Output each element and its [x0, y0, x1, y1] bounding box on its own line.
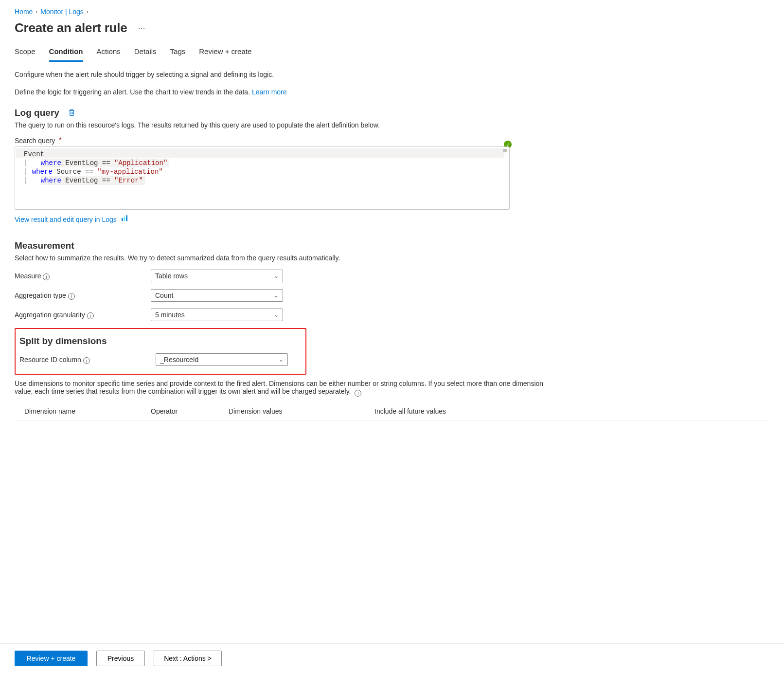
learn-more-link[interactable]: Learn more [252, 88, 287, 96]
info-icon[interactable]: i [87, 312, 94, 319]
measure-select-value: Table rows [155, 272, 188, 280]
chevron-down-icon: ⌄ [274, 311, 279, 318]
aggregation-type-value: Count [155, 291, 173, 299]
required-indicator: * [59, 136, 61, 144]
measurement-desc: Select how to summarize the results. We … [15, 254, 769, 262]
dimension-header-row: Dimension name Operator Dimension values… [15, 404, 769, 420]
query-table: Event [24, 150, 44, 158]
chevron-down-icon: ⌄ [279, 356, 284, 363]
breadcrumb-home[interactable]: Home [15, 8, 33, 16]
logs-icon [121, 215, 128, 224]
info-icon[interactable]: i [355, 390, 361, 397]
tab-review-create[interactable]: Review + create [199, 44, 251, 62]
resource-id-column-value: _ResourceId [160, 356, 198, 364]
svg-rect-2 [126, 215, 127, 221]
chevron-down-icon: ⌄ [274, 292, 279, 299]
query-op: == [102, 159, 110, 167]
tab-actions[interactable]: Actions [97, 44, 121, 62]
intro-line-2-text: Define the logic for triggering an alert… [15, 88, 252, 96]
query-field: EventLog [65, 177, 98, 184]
query-editor[interactable]: Event | where EventLog == "Application" … [15, 146, 510, 210]
resource-id-column-label: Resource ID column [19, 356, 81, 364]
query-string: "my-application" [97, 168, 162, 176]
info-icon[interactable]: i [68, 293, 75, 300]
chevron-right-icon: › [36, 8, 37, 15]
breadcrumb-monitor-logs[interactable]: Monitor | Logs [40, 8, 83, 16]
intro-line-2: Define the logic for triggering an alert… [15, 88, 769, 96]
query-keyword: where [41, 177, 61, 184]
aggregation-granularity-label: Aggregation granularity [15, 311, 85, 319]
split-desc: Use dimensions to monitor specific time … [15, 380, 543, 395]
info-icon[interactable]: i [43, 273, 50, 280]
log-query-desc: The query to run on this resource's logs… [15, 121, 769, 129]
tab-condition[interactable]: Condition [49, 44, 83, 62]
info-icon[interactable]: i [83, 357, 90, 364]
view-in-logs-link[interactable]: View result and edit query in Logs [15, 216, 117, 223]
dimension-col-operator: Operator [151, 407, 229, 415]
aggregation-granularity-select[interactable]: 5 minutes ⌄ [151, 309, 283, 321]
measurement-heading: Measurement [15, 240, 74, 251]
query-string: "Application" [114, 159, 167, 167]
query-field: EventLog [65, 159, 98, 167]
tabs: Scope Condition Actions Details Tags Rev… [15, 44, 769, 62]
aggregation-type-label: Aggregation type [15, 291, 66, 299]
search-query-label: Search query [15, 137, 55, 145]
query-keyword: where [32, 168, 53, 176]
query-field: Source [56, 168, 81, 176]
measure-label: Measure [15, 272, 41, 280]
page-title: Create an alert rule [15, 20, 127, 36]
resource-id-column-select[interactable]: _ResourceId ⌄ [156, 353, 288, 366]
query-op: == [85, 168, 93, 176]
tab-details[interactable]: Details [134, 44, 157, 62]
svg-rect-0 [122, 218, 123, 221]
split-heading: Split by dimensions [19, 336, 107, 346]
query-op: == [102, 177, 110, 184]
svg-rect-1 [124, 217, 125, 221]
tab-tags[interactable]: Tags [170, 44, 186, 62]
measure-select[interactable]: Table rows ⌄ [151, 270, 283, 282]
chevron-right-icon: › [87, 8, 89, 15]
dimension-col-future: Include all future values [374, 407, 501, 415]
log-query-heading: Log query [15, 108, 59, 118]
intro-line-1: Configure when the alert rule should tri… [15, 71, 769, 78]
split-by-dimensions-highlight: Split by dimensions Resource ID column i… [15, 328, 306, 375]
dimension-col-name: Dimension name [15, 407, 151, 415]
dimension-col-values: Dimension values [229, 407, 374, 415]
query-keyword: where [41, 159, 61, 167]
more-actions-button[interactable]: ··· [136, 22, 147, 35]
aggregation-type-select[interactable]: Count ⌄ [151, 289, 283, 302]
delete-icon[interactable] [68, 109, 75, 118]
chevron-down-icon: ⌄ [274, 273, 279, 279]
breadcrumb: Home › Monitor | Logs › [15, 8, 769, 16]
query-string: "Error" [114, 177, 143, 184]
aggregation-granularity-value: 5 minutes [155, 311, 185, 319]
tab-scope[interactable]: Scope [15, 44, 36, 62]
